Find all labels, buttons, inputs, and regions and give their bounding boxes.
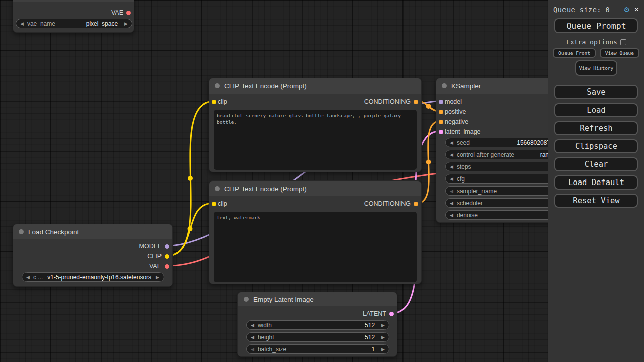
input-slot-clip[interactable]: clip [209,200,227,208]
latent-slot-icon[interactable] [439,130,443,134]
input-slot-model[interactable]: model [436,98,462,106]
prompt-textarea[interactable]: text, watermark [214,212,417,282]
output-slot-vae[interactable]: VAE [13,262,172,270]
widget-value: 1 [371,346,375,353]
output-slot-conditioning[interactable]: CONDITIONING [294,200,421,208]
slot-label: VAE [111,9,123,16]
seed-widget[interactable]: ◀ seed 1566802087 [445,138,566,147]
stepper-left-icon[interactable]: ◀ [26,275,30,280]
input-slot-positive[interactable]: positive [436,108,466,116]
batch-size-widget[interactable]: ◀ batch_size 1 ▶ [246,344,389,354]
input-slot-negative[interactable]: negative [436,118,468,126]
stepper-left-icon[interactable]: ◀ [450,201,453,206]
queue-actions-row: Queue Front View Queue [548,48,644,58]
vae-slot-icon[interactable] [165,264,169,269]
output-slot-vae[interactable]: VAE [13,9,134,17]
input-slot-latent-image[interactable]: latent_image [436,128,481,136]
sampler-name-widget[interactable]: ◀ sampler_name [445,186,566,196]
close-icon[interactable]: ✕ [634,6,639,13]
node-empty-latent-image[interactable]: Empty Latent Image LATENT ◀ width 512 ▶ … [237,292,397,357]
node-canvas[interactable]: VAE ◀ vae_name pixel_space ▶ CLIP Text E… [0,0,644,362]
stepper-right-icon[interactable]: ▶ [156,275,159,280]
stepper-left-icon[interactable]: ◀ [450,152,453,157]
save-button[interactable]: Save [554,85,638,99]
control-after-generate-widget[interactable]: ◀ control after generate ran [445,150,566,159]
widget-label: cfg [457,175,465,183]
output-slot-conditioning[interactable]: CONDITIONING [294,98,421,106]
ckpt-name-widget[interactable]: ◀ c ... v1-5-pruned-emaonly-fp16.safeten… [22,272,164,282]
prompt-textarea[interactable]: beautiful scenery nature glass bottle la… [214,110,417,170]
slot-label: clip [218,200,227,207]
stepper-left-icon[interactable]: ◀ [450,176,453,182]
clipspace-button[interactable]: Clipspace [554,139,638,153]
gear-icon[interactable]: ⚙ [624,5,629,14]
stepper-right-icon[interactable]: ▶ [381,335,385,340]
node-title-bar[interactable]: Load Checkpoint [13,224,172,239]
collapse-dot-icon[interactable] [215,83,220,88]
stepper-left-icon[interactable]: ◀ [20,21,24,26]
node-title-bar[interactable]: Empty Latent Image [238,292,397,306]
stepper-left-icon[interactable]: ◀ [450,189,453,194]
widget-label: steps [457,163,471,170]
node-title-bar[interactable] [13,0,134,2]
collapse-dot-icon[interactable] [215,186,220,191]
vae-slot-icon[interactable] [126,11,131,15]
node-title-bar[interactable]: CLIP Text Encode (Prompt) [209,78,421,94]
stepper-right-icon[interactable]: ▶ [381,323,385,328]
conditioning-slot-icon[interactable] [439,110,443,114]
refresh-button[interactable]: Refresh [554,121,638,135]
node-clip-text-encode-positive[interactable]: CLIP Text Encode (Prompt) clip CONDITION… [209,78,422,172]
reset-view-button[interactable]: Reset View [554,194,638,208]
extra-options-label: Extra options [566,38,617,46]
slot-label: LATENT [363,310,386,317]
vae-name-widget[interactable]: ◀ vae_name pixel_space ▶ [16,19,132,28]
slot-label: CONDITIONING [364,200,411,207]
stepper-left-icon[interactable]: ◀ [251,323,254,328]
stepper-right-icon[interactable]: ▶ [124,21,128,26]
node-clip-text-encode-negative[interactable]: CLIP Text Encode (Prompt) clip CONDITION… [209,180,422,284]
stepper-left-icon[interactable]: ◀ [251,335,254,340]
steps-widget[interactable]: ◀ steps [445,162,566,171]
node-load-vae[interactable]: VAE ◀ vae_name pixel_space ▶ [13,0,134,33]
link-midpoint-dot [426,160,431,165]
stepper-left-icon[interactable]: ◀ [251,347,254,352]
model-slot-icon[interactable] [165,244,169,249]
output-slot-latent[interactable]: LATENT [238,310,397,318]
stepper-left-icon[interactable]: ◀ [450,164,453,169]
output-slot-model[interactable]: MODEL [13,242,172,250]
conditioning-slot-icon[interactable] [414,202,418,206]
view-history-button[interactable]: View History [575,60,617,76]
model-slot-icon[interactable] [439,100,443,104]
clip-slot-icon[interactable] [212,202,216,206]
collapse-dot-icon[interactable] [442,83,447,88]
conditioning-slot-icon[interactable] [414,100,418,104]
node-title-bar[interactable]: CLIP Text Encode (Prompt) [209,181,421,196]
conditioning-slot-icon[interactable] [439,120,443,124]
queue-prompt-button[interactable]: Queue Prompt [554,18,638,33]
stepper-right-icon[interactable]: ▶ [381,347,385,352]
node-load-checkpoint[interactable]: Load Checkpoint MODEL CLIP VAE ◀ c ... v… [13,224,173,287]
denoise-widget[interactable]: ◀ denoise [445,210,566,220]
collapse-dot-icon[interactable] [19,229,24,234]
clear-button[interactable]: Clear [554,157,638,171]
cfg-widget[interactable]: ◀ cfg [445,174,566,184]
widget-value: 512 [365,322,375,329]
view-queue-button[interactable]: View Queue [600,48,639,58]
stepper-left-icon[interactable]: ◀ [450,213,453,218]
widget-label: batch_size [258,346,286,353]
stepper-left-icon[interactable]: ◀ [450,140,453,145]
clip-slot-icon[interactable] [165,254,169,259]
collapse-dot-icon[interactable] [244,297,249,302]
width-widget[interactable]: ◀ width 512 ▶ [246,320,389,330]
queue-front-button[interactable]: Queue Front [553,48,596,58]
load-button[interactable]: Load [554,103,638,117]
height-widget[interactable]: ◀ height 512 ▶ [246,332,389,342]
input-slot-clip[interactable]: clip [209,98,227,106]
latent-slot-icon[interactable] [389,312,394,316]
node-title: CLIP Text Encode (Prompt) [224,82,307,90]
scheduler-widget[interactable]: ◀ scheduler [445,198,566,208]
load-default-button[interactable]: Load Default [554,175,638,190]
extra-options-checkbox[interactable] [620,39,626,45]
clip-slot-icon[interactable] [212,100,216,104]
output-slot-clip[interactable]: CLIP [13,252,172,260]
